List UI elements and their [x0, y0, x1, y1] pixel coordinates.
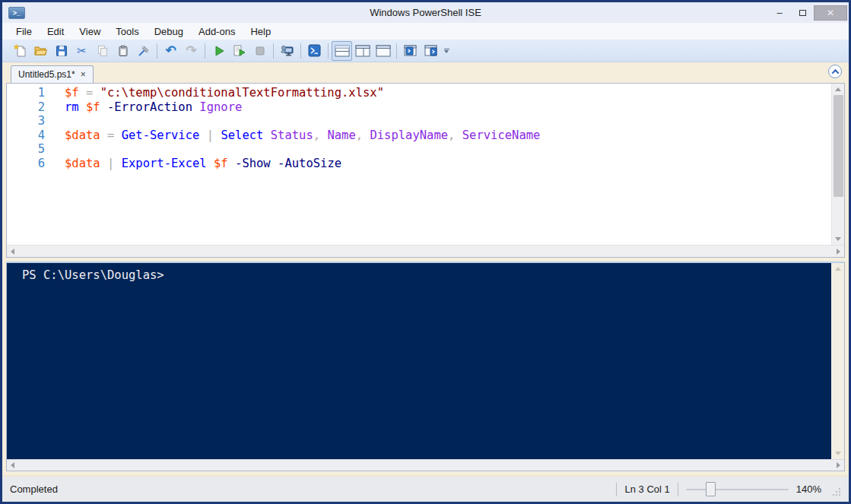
- code-text: rm $f -ErrorAction Ignore: [54, 100, 242, 115]
- run-script-button[interactable]: [208, 41, 229, 61]
- code-text: $f = "c:\temp\conditionalTextFormatting.…: [54, 86, 384, 100]
- scroll-left-icon[interactable]: [11, 462, 14, 468]
- clear-console-pane-button[interactable]: [133, 41, 154, 61]
- run-selection-button[interactable]: [229, 41, 249, 61]
- window-controls: – ✕: [768, 2, 849, 23]
- stop-icon: [254, 45, 266, 57]
- run-play-icon: [213, 45, 225, 57]
- code-line[interactable]: 5: [7, 142, 831, 157]
- editor-horizontal-scrollbar[interactable]: [7, 245, 844, 257]
- resize-grip-icon[interactable]: [832, 487, 841, 496]
- line-number: 4: [7, 128, 54, 143]
- menu-edit[interactable]: Edit: [41, 24, 70, 39]
- line-number: 3: [7, 114, 54, 128]
- scroll-up-icon[interactable]: [835, 87, 841, 91]
- maximize-button[interactable]: [791, 5, 814, 21]
- editor-vertical-scrollbar[interactable]: [831, 84, 844, 245]
- workspace: Untitled5.ps1* × 1$f = "c:\temp\conditio…: [2, 62, 849, 475]
- menu-help[interactable]: Help: [244, 24, 277, 39]
- stop-operation-button[interactable]: [249, 41, 270, 61]
- open-script-button[interactable]: [30, 41, 51, 61]
- console-vertical-scrollbar[interactable]: [831, 263, 844, 459]
- console-prompt[interactable]: PS C:\Users\Douglas>: [7, 263, 831, 459]
- scroll-down-icon[interactable]: [835, 452, 841, 455]
- menu-debug[interactable]: Debug: [148, 24, 189, 39]
- undo-button[interactable]: ↶: [160, 41, 181, 61]
- show-command-addon-button[interactable]: [421, 41, 441, 61]
- cut-scissors-icon: ✂: [77, 45, 87, 56]
- script-tab[interactable]: Untitled5.ps1* ×: [11, 65, 94, 83]
- powershell-ise-window: >_ Windows PowerShell ISE – ✕ FileEditVi…: [0, 0, 851, 504]
- show-script-pane-top-button[interactable]: [332, 41, 352, 61]
- redo-button[interactable]: ↷: [181, 41, 202, 61]
- minimize-button[interactable]: –: [768, 5, 791, 21]
- menu-view[interactable]: View: [73, 24, 106, 39]
- code-line[interactable]: 4$data = Get-Service | Select Status, Na…: [7, 128, 831, 143]
- powershell-console-icon: [308, 44, 321, 57]
- console-horizontal-scrollbar[interactable]: [7, 459, 844, 471]
- overflow-bar-icon: [444, 49, 449, 49]
- close-button[interactable]: ✕: [814, 5, 847, 21]
- tab-close-icon[interactable]: ×: [81, 70, 86, 79]
- statusbar-right: Ln 3 Col 1 140%: [616, 482, 841, 496]
- line-number: 2: [7, 100, 54, 115]
- toolbar-separator: [273, 43, 274, 59]
- menubar: FileEditViewToolsDebugAdd-onsHelp: [2, 23, 849, 40]
- statusbar: Completed Ln 3 Col 1 140%: [2, 477, 849, 502]
- scroll-down-icon[interactable]: [835, 237, 841, 241]
- run-selection-icon: [233, 44, 246, 57]
- scroll-left-icon[interactable]: [11, 249, 14, 255]
- tabstrip: Untitled5.ps1* ×: [6, 62, 845, 83]
- collapse-script-pane-button[interactable]: [828, 65, 842, 78]
- code-text: [54, 142, 65, 157]
- command-window-icon: [403, 44, 418, 57]
- toolbar: ✂ ↶ ↷: [2, 40, 849, 62]
- zoom-slider-thumb[interactable]: [706, 482, 716, 496]
- toolbar-separator: [300, 43, 301, 59]
- titlebar: >_ Windows PowerShell ISE – ✕: [2, 2, 849, 23]
- show-command-window-button[interactable]: [400, 41, 421, 61]
- redo-icon: ↷: [186, 44, 196, 57]
- toolbar-overflow-button[interactable]: [441, 42, 452, 60]
- code-line[interactable]: 6$data | Export-Excel $f -Show -AutoSize: [7, 157, 831, 171]
- code-line[interactable]: 1$f = "c:\temp\conditionalTextFormatting…: [7, 86, 831, 100]
- paste-button[interactable]: [113, 41, 133, 61]
- remote-computer-icon: [281, 44, 294, 57]
- copy-icon: [97, 45, 109, 57]
- code-text: $data | Export-Excel $f -Show -AutoSize: [54, 157, 341, 171]
- save-button[interactable]: [51, 41, 71, 61]
- menu-file[interactable]: File: [10, 24, 38, 39]
- open-folder-icon: [34, 44, 47, 57]
- chevron-up-icon: [831, 68, 839, 76]
- status-message: Completed: [10, 483, 58, 495]
- scroll-right-icon[interactable]: [837, 249, 840, 255]
- scroll-up-icon[interactable]: [835, 267, 841, 271]
- menu-tools[interactable]: Tools: [110, 24, 144, 39]
- code-line[interactable]: 3: [7, 114, 831, 128]
- cursor-position: Ln 3 Col 1: [624, 483, 669, 495]
- cut-button[interactable]: ✂: [71, 41, 92, 61]
- command-addon-icon: [424, 44, 438, 57]
- scroll-right-icon[interactable]: [837, 462, 840, 468]
- zoom-level: 140%: [796, 483, 821, 495]
- clear-squeegee-icon: [138, 45, 150, 57]
- show-script-pane-maximized-button[interactable]: [373, 41, 393, 61]
- copy-button[interactable]: [92, 41, 113, 61]
- code-text: $data = Get-Service | Select Status, Nam…: [54, 128, 540, 143]
- start-powershell-button[interactable]: [304, 41, 325, 61]
- line-number: 5: [7, 142, 54, 157]
- statusbar-separator: [616, 483, 617, 496]
- statusbar-separator: [678, 483, 678, 496]
- script-pane-top-icon: [335, 45, 350, 57]
- new-script-button[interactable]: [10, 41, 30, 61]
- zoom-slider-track[interactable]: [686, 489, 789, 490]
- code-line[interactable]: 2rm $f -ErrorAction Ignore: [7, 100, 831, 115]
- menu-add-ons[interactable]: Add-ons: [192, 24, 241, 39]
- new-remote-powershell-tab-button[interactable]: [277, 41, 297, 61]
- code-lines[interactable]: 1$f = "c:\temp\conditionalTextFormatting…: [7, 84, 831, 245]
- zoom-slider[interactable]: [686, 482, 789, 496]
- show-script-pane-right-button[interactable]: [352, 41, 373, 61]
- script-editor-pane: 1$f = "c:\temp\conditionalTextFormatting…: [6, 83, 845, 258]
- new-file-icon: [14, 44, 27, 57]
- editor-vscroll-thumb[interactable]: [834, 95, 843, 197]
